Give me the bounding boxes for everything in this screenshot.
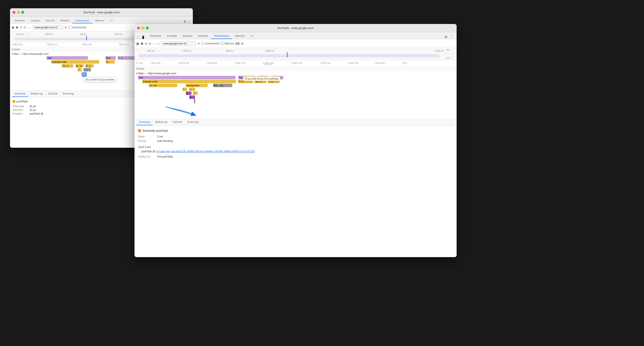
- title-bar-2: DevTools - www.google.com/: [134, 24, 456, 32]
- run-bar-1[interactable]: R...s: [85, 64, 94, 68]
- record-icon-1[interactable]: ⏺: [16, 26, 18, 29]
- tab-sources-2[interactable]: Sources: [180, 33, 196, 39]
- stack-trace-code: postTask @ m=cdos,hsm,jsa,mb4ZUb,cEt90b,…: [142, 150, 453, 153]
- screenshots-check-2[interactable]: Screenshots: [201, 42, 220, 45]
- task-bar-2[interactable]: Task: [105, 56, 116, 60]
- tab-event-log-1[interactable]: Event log: [60, 91, 76, 97]
- tab-more-1[interactable]: >>: [107, 18, 116, 23]
- f-bar-3[interactable]: f: [193, 92, 198, 95]
- more-icon-1[interactable]: ⋮: [188, 20, 191, 23]
- tab-performance-2[interactable]: Performance: [211, 33, 232, 39]
- evaluate-script-2[interactable]: Evaluate script: [142, 80, 236, 83]
- inspector-icon-2[interactable]: ⬚: [137, 36, 140, 39]
- minimize-button-1[interactable]: [17, 11, 20, 14]
- tab-network-1[interactable]: Network: [58, 18, 72, 23]
- dropdown-icon-1[interactable]: ▼: [64, 26, 67, 29]
- download-icon-1[interactable]: ↓: [30, 26, 32, 29]
- maximize-button-2[interactable]: [146, 27, 149, 29]
- anon-bar-2[interactable]: (anonymous): [186, 84, 208, 87]
- dropdown-icon-2[interactable]: ▼: [198, 42, 200, 45]
- task-bar-2-3[interactable]: Task: [258, 76, 268, 79]
- tab-bar-2: ⬚ 📱 Elements Console Sources Network Per…: [134, 32, 456, 39]
- summary-title-2: Schedule postTask: [138, 129, 453, 132]
- tab-bar-1: Elements Console Sources Network Perform…: [10, 17, 193, 24]
- screenshots-checkbox-1[interactable]: [68, 26, 71, 29]
- f-k-bar[interactable]: F...k: [268, 80, 280, 83]
- more-icon-2[interactable]: ⋮: [450, 35, 453, 39]
- minimize-button-2[interactable]: [142, 27, 144, 29]
- upload-icon-1[interactable]: ↑: [27, 26, 29, 29]
- task-bar-3[interactable]: T...k: [118, 56, 135, 60]
- task-bar-2-4[interactable]: T...k: [271, 76, 283, 79]
- task-bar-2-2[interactable]: Task: [238, 76, 256, 79]
- tab-console-1[interactable]: Console: [28, 18, 43, 23]
- code-bar-1[interactable]: Co...e: [62, 64, 73, 68]
- tooltip-1: 42 μs (self 22 μs) postTask: [84, 77, 116, 82]
- tab-more-2[interactable]: >>: [248, 33, 257, 39]
- r-bar-2[interactable]: r...: [189, 88, 195, 91]
- close-button-1[interactable]: [12, 11, 16, 14]
- tab-console-2[interactable]: Console: [164, 33, 180, 39]
- selected-task-bar-1[interactable]: [82, 73, 86, 76]
- home-icon-2[interactable]: ⌂: [158, 42, 160, 45]
- tab-memory-2[interactable]: Memory: [232, 33, 248, 39]
- dots-bar-1[interactable]: (...): [84, 68, 91, 71]
- settings-icon-2[interactable]: ⚙: [241, 42, 244, 45]
- initiator-row: Initiator for Fire postTask: [138, 155, 453, 158]
- maximize-button-1[interactable]: [21, 11, 24, 14]
- tab-network-2[interactable]: Network: [196, 33, 211, 39]
- window-title-2: DevTools - www.google.com/: [278, 26, 314, 30]
- anon-bar-1[interactable]: (a...s): [76, 64, 84, 68]
- code-bar-2[interactable]: Co...de: [149, 84, 177, 87]
- bottom-tabs-2: Summary Bottom-up Call tree Event log: [134, 119, 456, 125]
- tab-event-log-2[interactable]: Event log: [185, 119, 201, 125]
- evaluate-script-bar-1[interactable]: Evaluate script: [51, 60, 99, 64]
- dock-icon-2[interactable]: ▣: [136, 42, 139, 45]
- tab-bottom-up-1[interactable]: Bottom-up: [28, 91, 45, 97]
- record-icon-2[interactable]: ⏺: [140, 42, 144, 45]
- tab-elements-1[interactable]: Elements: [12, 18, 28, 23]
- tab-elements-2[interactable]: Elements: [147, 33, 164, 39]
- f-bar-2[interactable]: f: [182, 88, 187, 91]
- task-bar-1[interactable]: Task: [46, 56, 88, 60]
- close-button-2[interactable]: [137, 27, 140, 29]
- tab-summary-2[interactable]: Summary: [136, 119, 152, 125]
- memory-checkbox-2[interactable]: [221, 42, 224, 45]
- stack-trace-label: Stack trace: [138, 145, 453, 149]
- tab-call-tree-2[interactable]: Call tree: [170, 119, 185, 125]
- refresh-icon-1[interactable]: ↺: [20, 26, 22, 29]
- stack-trace-link[interactable]: m=cdos,hsm,jsa,mb4ZUb,cEt90b,SNUn3,qddgK…: [156, 150, 255, 153]
- task-bar-2-1[interactable]: Task: [138, 76, 236, 79]
- p-bar-1[interactable]: p...: [186, 92, 192, 95]
- tab-performance-1[interactable]: Performance: [72, 18, 92, 23]
- mobile-icon-2[interactable]: 📱: [141, 36, 145, 39]
- r-bar-1[interactable]: R...: [106, 60, 115, 64]
- tab-sources-1[interactable]: Sources: [43, 18, 58, 23]
- p-bar-2[interactable]: p...: [189, 95, 195, 99]
- fi-k-bar[interactable]: Fi...k: [238, 80, 253, 83]
- memory-check-2[interactable]: Memory: [221, 42, 234, 45]
- devtools-window-2: DevTools - www.google.com/ ⬚ 📱 Elements …: [134, 24, 456, 257]
- tab-summary-1[interactable]: Summary: [12, 91, 28, 97]
- title-bar-1: DevTools - www.google.com/: [10, 8, 193, 17]
- tab-bottom-up-2[interactable]: Bottom-up: [152, 119, 170, 125]
- screenshots-checkbox-2[interactable]: [201, 42, 204, 45]
- clear-icon-1[interactable]: ⊘: [24, 26, 26, 29]
- download-icon-2[interactable]: ↓: [156, 42, 157, 45]
- url-input-2[interactable]: www.google.com #1: [161, 41, 196, 46]
- dock-icon-1[interactable]: ▣: [12, 26, 14, 29]
- run-tasks-bar[interactable]: Run ...sks: [213, 84, 232, 87]
- upload-icon-2[interactable]: ↑: [152, 42, 154, 45]
- keyboard-icon-2[interactable]: ⌨: [235, 42, 240, 45]
- ru-s-bar[interactable]: Ru...s: [255, 80, 266, 83]
- clear-icon-2[interactable]: ⊘: [149, 42, 151, 45]
- refresh-icon-2[interactable]: ↺: [145, 42, 147, 45]
- f-bar-1[interactable]: f: [78, 68, 82, 71]
- tab-call-tree-1[interactable]: Call tree: [46, 91, 60, 97]
- gear-icon-2[interactable]: ⚙: [444, 35, 448, 39]
- tab-memory-1[interactable]: Memory: [92, 18, 107, 23]
- gear-icon-1[interactable]: ⚙: [184, 20, 186, 23]
- url-input-1[interactable]: www.google.com #1: [33, 25, 63, 30]
- screenshots-check-1[interactable]: Screenshots: [68, 26, 86, 29]
- window-title-1: DevTools - www.google.com/: [83, 11, 120, 14]
